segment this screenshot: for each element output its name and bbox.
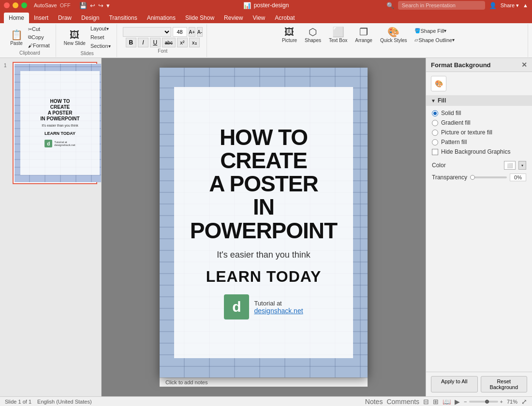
thumb-subtitle: It's easier than you think (42, 124, 78, 127)
canvas-area[interactable]: HOW TO CREATE A POSTER IN POWERPOINT It'… (102, 58, 426, 396)
undo-icon[interactable]: ↩ (90, 2, 95, 9)
slide-sorter-button[interactable]: ⊞ (433, 398, 439, 406)
tab-acrobat[interactable]: Acrobat (270, 13, 299, 23)
notes-bar[interactable]: Click to add notes (160, 377, 368, 387)
new-slide-button[interactable]: 🖼 New Slide (62, 28, 88, 47)
shapes-button[interactable]: ⬡ Shapes (303, 25, 323, 44)
search-input[interactable] (398, 1, 485, 10)
logo-icon: d (224, 294, 249, 319)
layout-button[interactable]: Layout ▾ (89, 25, 113, 32)
tab-draw[interactable]: Draw (53, 13, 76, 23)
gradient-fill-option[interactable]: Gradient fill (432, 119, 526, 126)
tab-slideshow[interactable]: Slide Show (180, 13, 219, 23)
status-bar: Slide 1 of 1 English (United States) Not… (0, 396, 532, 406)
panel-header: Format Background ✕ (426, 58, 532, 72)
paste-icon: 📋 (11, 29, 23, 41)
font-size-input[interactable] (173, 27, 187, 37)
bold-button[interactable]: B (126, 38, 136, 47)
autosave-label: AutoSave (34, 2, 57, 8)
apply-to-all-button[interactable]: Apply to All (431, 376, 478, 392)
fill-arrow-icon: ▾ (444, 28, 446, 33)
arrange-button[interactable]: ❐ Arrange (353, 25, 374, 44)
fill-section[interactable]: ▼ Fill (426, 95, 532, 106)
tab-home[interactable]: Home (4, 13, 29, 23)
status-left: Slide 1 of 1 English (United States) (5, 399, 92, 405)
picture-texture-fill-option[interactable]: Picture or texture fill (432, 129, 526, 136)
reading-view-button[interactable]: 📖 (443, 398, 451, 406)
fill-icon-button[interactable]: 🎨 (431, 76, 446, 91)
solid-fill-radio-inner (433, 112, 437, 115)
slide-thumbnail[interactable]: HOW TO CREATE A POSTER IN POWERPOINT It'… (13, 62, 97, 184)
panel-close-button[interactable]: ✕ (521, 61, 527, 69)
tab-design[interactable]: Design (76, 13, 104, 23)
font-controls-top: A+ A- (123, 27, 203, 37)
outline-arrow-icon: ▾ (452, 37, 455, 43)
copy-button[interactable]: ⧉ Copy (26, 33, 52, 41)
underline-button[interactable]: U (150, 38, 161, 47)
more-icon[interactable]: ▾ (106, 2, 110, 9)
save-icon[interactable]: 💾 (79, 2, 87, 9)
normal-view-button[interactable]: ⊟ (423, 398, 429, 406)
strikethrough-button[interactable]: abc (162, 38, 176, 47)
solid-fill-radio[interactable] (432, 110, 438, 116)
minimize-button[interactable] (13, 2, 18, 8)
thumb-logo-text: Tutorial at designshack.net (54, 141, 75, 146)
title-bar-left: AutoSave OFF 💾 ↩ ↪ ▾ (4, 2, 110, 9)
reset-button[interactable]: Reset (89, 33, 113, 41)
cut-button[interactable]: ✂ Cut (26, 25, 52, 33)
color-dropdown-button[interactable]: ▾ (518, 161, 526, 170)
superscript-button[interactable]: x² (177, 38, 188, 47)
text-box-button[interactable]: ⬜ Text Box (327, 25, 349, 44)
pattern-fill-radio[interactable] (432, 139, 438, 145)
tab-transitions[interactable]: Transitions (104, 13, 142, 23)
italic-button[interactable]: I (138, 38, 148, 47)
tab-view[interactable]: View (248, 13, 270, 23)
maximize-button[interactable] (21, 2, 27, 8)
gradient-fill-radio[interactable] (432, 120, 438, 126)
comments-button[interactable]: Comments (386, 398, 419, 406)
picture-fill-radio[interactable] (432, 130, 438, 136)
share-button[interactable]: Share ▾ (501, 2, 519, 9)
close-button[interactable] (4, 2, 10, 8)
section-button[interactable]: Section ▾ (89, 42, 113, 50)
picture-button[interactable]: 🖼 Picture (280, 25, 299, 44)
font-size-decrease[interactable]: A- (197, 27, 203, 37)
zoom-level[interactable]: 71% (507, 399, 517, 405)
subscript-button[interactable]: x₂ (189, 38, 200, 47)
tab-animations[interactable]: Animations (142, 13, 180, 23)
zoom-slider[interactable] (469, 401, 498, 403)
shape-fill-button[interactable]: 🪣 Shape Fill ▾ (413, 27, 457, 35)
color-swatch[interactable]: ⬜ (504, 161, 516, 170)
quick-styles-button[interactable]: 🎨 Quick Styles (378, 25, 409, 44)
zoom-out-button[interactable]: − (464, 399, 467, 405)
shape-outline-button[interactable]: ▱ Shape Outline ▾ (413, 36, 457, 44)
slideshow-button[interactable]: ▶ (455, 398, 460, 406)
reset-background-button[interactable]: Reset Background (481, 376, 528, 392)
font-size-increase[interactable]: A+ (189, 27, 196, 37)
fit-button[interactable]: ⤢ (521, 398, 527, 406)
site-link[interactable]: designshack.net (254, 307, 303, 315)
hide-background-option[interactable]: Hide Background Graphics (432, 148, 526, 155)
format-button[interactable]: 🖌 Format (26, 42, 52, 49)
poster-title: HOW TO CREATE A POSTER IN POWERPOINT (184, 126, 343, 242)
notes-button[interactable]: Notes (365, 398, 383, 406)
solid-fill-option[interactable]: Solid fill (432, 110, 526, 116)
redo-icon[interactable]: ↪ (98, 2, 103, 9)
hide-background-checkbox[interactable] (432, 149, 438, 155)
transparency-label: Transparency (432, 174, 467, 181)
zoom-in-button[interactable]: + (500, 399, 503, 405)
transparency-value[interactable]: 0% (510, 174, 526, 181)
thumb-logo: d Tutorial at designshack.net (44, 140, 75, 147)
tab-review[interactable]: Review (219, 13, 248, 23)
ribbon-group-clipboard: 📋 Paste ✂ Cut ⧉ Copy 🖌 Format Clipboard (4, 24, 56, 57)
thumbnail-content: HOW TO CREATE A POSTER IN POWERPOINT It'… (15, 64, 102, 182)
paste-button[interactable]: 📋 Paste (8, 28, 25, 47)
panel-footer: Apply to All Reset Background (426, 372, 532, 396)
ribbon-collapse-button[interactable]: ▲ (523, 2, 528, 8)
pattern-fill-option[interactable]: Pattern fill (432, 139, 526, 145)
main-layout: 1 HOW TO CREATE A POSTER IN POWERPOINT I… (0, 58, 532, 396)
font-family-select[interactable] (123, 27, 171, 37)
font-controls-bottom: B I U abc x² x₂ (126, 38, 200, 47)
tab-insert[interactable]: Insert (29, 13, 53, 23)
transparency-slider[interactable] (470, 176, 507, 178)
